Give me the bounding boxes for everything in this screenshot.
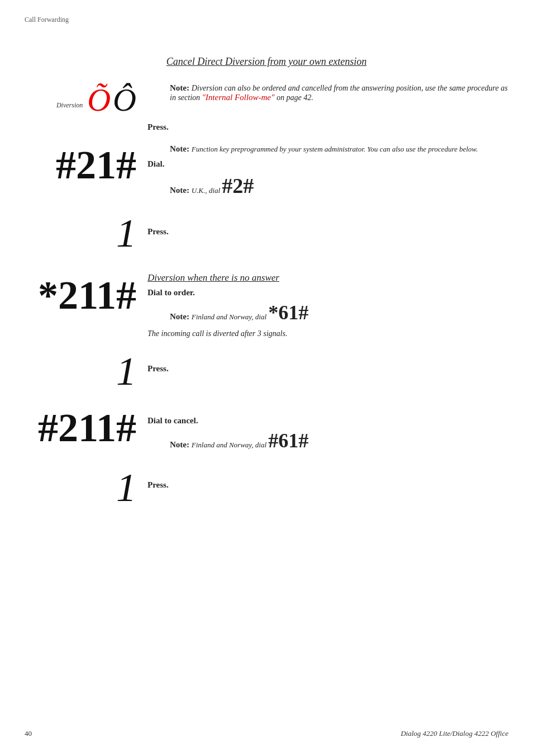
note1-link: "Internal Follow-me" <box>202 93 275 102</box>
note-finland-cancel-prefix: Note: <box>170 440 189 449</box>
cancel-label: Dial to cancel. <box>147 416 198 425</box>
note1-label: Note: <box>170 83 189 92</box>
fin-dial-cancel-symbol: #61# <box>268 429 308 452</box>
section2-title: Diversion when there is no answer <box>147 272 508 284</box>
press3-symbol: 1 <box>116 348 136 395</box>
note-finland-order-prefix: Note: <box>170 312 189 321</box>
note-finland-cancel: Note: Finland and Norway, dial #61# <box>170 429 508 452</box>
row-press4: 1 Press. <box>25 465 508 511</box>
diversion-note1-col: Note: Diversion can also be ordered and … <box>147 81 508 132</box>
row-press3: 1 Press. <box>25 348 508 395</box>
hash211-symbol: #211# <box>38 405 136 451</box>
diversion-o-hat: Ô <box>113 81 136 119</box>
press4-label: Press. <box>147 480 169 489</box>
diversion-symbol: Diversion ÕÔ <box>56 81 136 119</box>
note-finland-order-text: Finland and Norway, dial <box>192 313 269 321</box>
order-label: Dial to order. <box>147 288 195 297</box>
row-hash21-dial: #21# Note: Function key preprogrammed by… <box>25 142 508 200</box>
diversion-symbol-col: Diversion ÕÔ <box>25 81 147 119</box>
row-star211: *211# Diversion when there is no answer … <box>25 272 508 338</box>
hash211-text-col: Dial to cancel. Note: Finland and Norway… <box>147 405 508 455</box>
press2-text-col: Press. <box>147 210 508 237</box>
press3-label: Press. <box>147 364 169 373</box>
star211-text-col: Diversion when there is no answer Dial t… <box>147 272 508 338</box>
page-header: Call Forwarding <box>25 16 69 24</box>
press3-symbol-col: 1 <box>25 348 147 395</box>
press2-symbol-col: 1 <box>25 210 147 257</box>
hash211-col: #211# <box>25 405 147 451</box>
press3-text-col: Press. <box>147 348 508 374</box>
note2-text: Function key preprogrammed by your syste… <box>192 145 478 153</box>
note1-block: Note: Diversion can also be ordered and … <box>170 83 508 102</box>
press4-symbol: 1 <box>116 465 136 511</box>
note-finland-cancel-text: Finland and Norway, dial <box>192 441 269 449</box>
section1-title: Cancel Direct Diversion from your own ex… <box>25 56 508 68</box>
press4-text-col: Press. <box>147 465 508 490</box>
note3-block: Note: U.K., dial #2# <box>170 173 508 198</box>
page-footer: 40 Dialog 4220 Lite/Dialog 4222 Office <box>25 729 508 738</box>
note-finland-order: Note: Finland and Norway, dial *61# <box>170 301 508 324</box>
row-press2: 1 Press. <box>25 210 508 257</box>
star211-col: *211# <box>25 272 147 319</box>
row-diversion-note1: Diversion ÕÔ Note: Diversion can also be… <box>25 81 508 132</box>
diversion-label: Diversion <box>56 101 83 110</box>
dial-label: Dial. <box>147 159 164 168</box>
hash21-col: #21# <box>25 142 147 188</box>
footer-right: Dialog 4220 Lite/Dialog 4222 Office <box>401 729 508 738</box>
row-hash211: #211# Dial to cancel. Note: Finland and … <box>25 405 508 455</box>
page-number: 40 <box>25 729 32 738</box>
note2-label: Note: <box>170 144 189 153</box>
note3-text: U.K., dial <box>192 186 222 195</box>
press2-symbol: 1 <box>116 210 136 257</box>
diversion-o-tilde: Õ <box>87 81 111 119</box>
press1-label: Press. <box>147 122 169 131</box>
press4-symbol-col: 1 <box>25 465 147 511</box>
main-content: Cancel Direct Diversion from your own ex… <box>25 56 508 521</box>
note2-block: Note: Function key preprogrammed by your… <box>170 144 508 154</box>
press2-label: Press. <box>147 227 169 236</box>
incoming-text: The incoming call is diverted after 3 si… <box>147 329 287 338</box>
note1-text2: on page 42. <box>277 93 313 102</box>
star211-symbol: *211# <box>38 272 136 319</box>
uk-dial-symbol: #2# <box>222 174 254 197</box>
hash21-text-col: Note: Function key preprogrammed by your… <box>147 142 508 200</box>
fin-dial-order-symbol: *61# <box>268 301 308 324</box>
hash21-symbol: #21# <box>56 142 136 188</box>
note3-prefix: Note: <box>170 186 189 195</box>
